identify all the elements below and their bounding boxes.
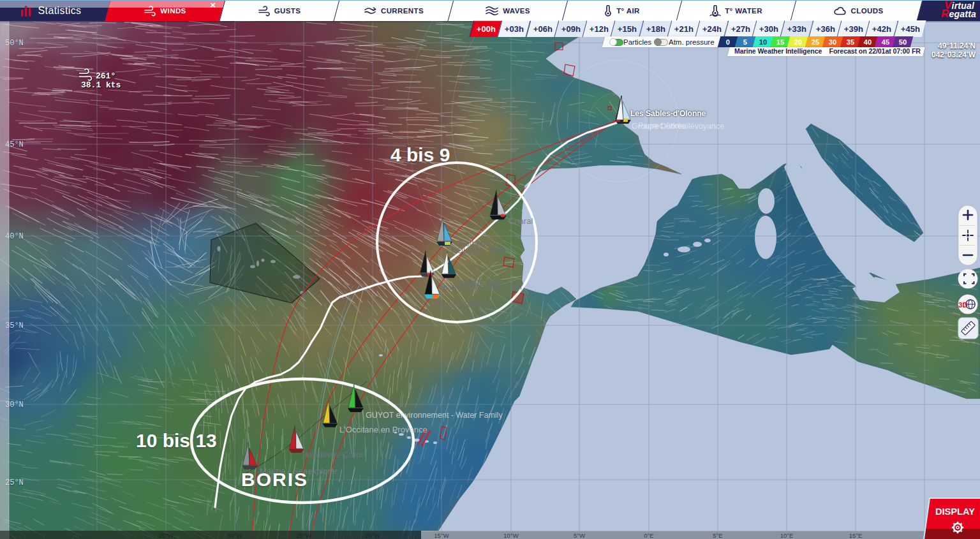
svg-text:GUYOT environnement - Water Fa: GUYOT environnement - Water Family xyxy=(366,411,503,420)
svg-text:10°E: 10°E xyxy=(780,532,794,539)
svg-text:DISPLAY: DISPLAY xyxy=(935,506,976,517)
svg-text:38.1 kts: 38.1 kts xyxy=(81,80,121,90)
svg-text:BORIS: BORIS xyxy=(241,469,308,490)
svg-text:VULNERABLE: VULNERABLE xyxy=(458,279,511,288)
svg-text:25°W: 25°W xyxy=(296,532,311,539)
svg-text:Charal: Charal xyxy=(509,216,533,226)
svg-text:HOLCIM - PRB: HOLCIM - PRB xyxy=(451,246,505,255)
svg-text:35°W: 35°W xyxy=(158,532,173,539)
svg-text:5°E: 5°E xyxy=(713,532,722,539)
svg-text:10 bis 13: 10 bis 13 xyxy=(136,430,217,451)
svg-text:30°W: 30°W xyxy=(227,532,242,539)
svg-text:15°W: 15°W xyxy=(434,532,449,539)
svg-text:3D: 3D xyxy=(958,301,968,309)
svg-text:Initiatives-Cœur: Initiatives-Cœur xyxy=(305,450,364,459)
svg-text:VULNERABLE: VULNERABLE xyxy=(438,300,491,309)
svg-text:5°W: 5°W xyxy=(574,532,585,539)
svg-text:0°E: 0°E xyxy=(644,532,653,539)
svg-text:Les Sables-d'Olonne: Les Sables-d'Olonne xyxy=(630,109,706,118)
svg-text:10°W: 10°W xyxy=(503,532,518,539)
svg-text:20°W: 20°W xyxy=(365,532,380,539)
svg-text:15°E: 15°E xyxy=(849,532,863,539)
svg-text:261°: 261° xyxy=(96,71,115,81)
svg-text:4 bis 9: 4 bis 9 xyxy=(390,144,450,165)
svg-text:Paprec Arkéa: Paprec Arkéa xyxy=(638,121,686,130)
svg-text:L'Occitane en Provence: L'Occitane en Provence xyxy=(339,425,427,434)
